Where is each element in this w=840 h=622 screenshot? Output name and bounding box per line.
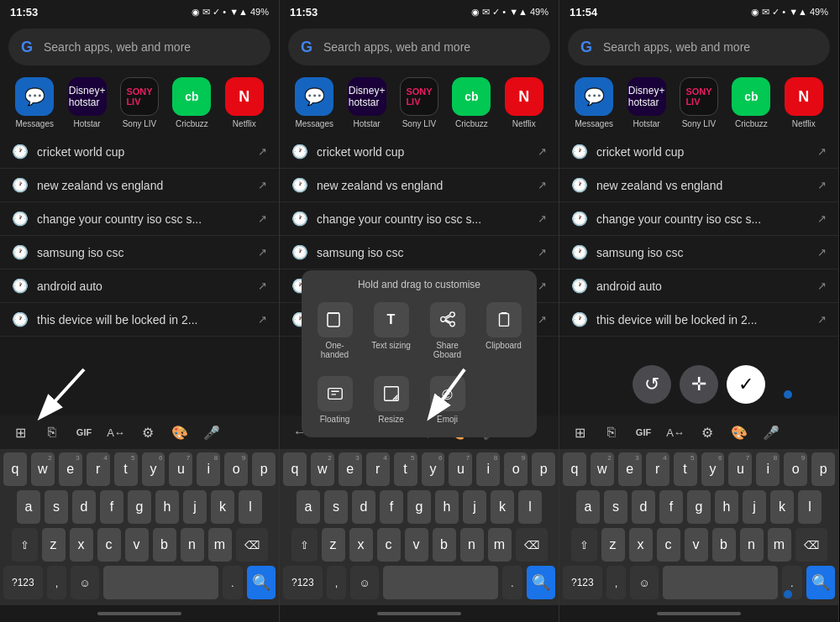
key-s[interactable]: s <box>45 490 68 524</box>
key-v-2[interactable]: v <box>405 528 428 562</box>
key-g[interactable]: g <box>128 490 151 524</box>
key-g-2[interactable]: g <box>407 490 431 524</box>
context-text-sizing[interactable]: T Text sizing <box>366 297 416 364</box>
app-sonyliv-2[interactable]: SONYLIV Sony LIV <box>400 77 438 128</box>
key-s-2[interactable]: s <box>324 490 348 524</box>
key-search-3[interactable]: 🔍 <box>806 566 835 599</box>
key-x-2[interactable]: x <box>349 528 373 562</box>
key-shift-3[interactable]: ⇧ <box>571 528 597 562</box>
key-n[interactable]: n <box>181 528 204 562</box>
key-l-3[interactable]: l <box>798 490 822 524</box>
toolbar-grid-3[interactable]: ⊞ <box>564 418 595 447</box>
key-numbers[interactable]: ?123 <box>3 566 43 599</box>
app-sonyliv-1[interactable]: SONYLIV Sony LIV <box>120 77 159 128</box>
key-r[interactable]: r4 <box>87 452 110 486</box>
app-hotstar-1[interactable]: Disney+hotstar Hotstar <box>68 77 107 128</box>
key-d[interactable]: d <box>72 490 96 524</box>
key-e-2[interactable]: e3 <box>339 452 362 486</box>
key-l-2[interactable]: l <box>518 490 542 524</box>
app-netflix-2[interactable]: N Netflix <box>505 77 543 128</box>
key-emoji-2[interactable]: ☺ <box>350 566 378 599</box>
key-c-2[interactable]: c <box>377 528 401 562</box>
key-i-3[interactable]: i8 <box>756 452 780 486</box>
suggestion-item-3-1[interactable]: 🕐 cricket world cup ↗ <box>559 135 838 169</box>
mode-confirm-btn[interactable]: ✓ <box>727 365 765 404</box>
key-space-2[interactable] <box>383 566 498 599</box>
key-z-2[interactable]: z <box>322 528 345 562</box>
key-o-3[interactable]: o9 <box>784 452 807 486</box>
suggestion-item-1-4[interactable]: 🕐 samsung iso csc ↗ <box>0 236 279 269</box>
key-shift[interactable]: ⇧ <box>12 528 38 562</box>
key-space-3[interactable] <box>663 566 778 599</box>
toolbar-mic-3[interactable]: 🎤 <box>756 418 786 447</box>
key-j-2[interactable]: j <box>463 490 486 524</box>
key-i-2[interactable]: i8 <box>476 452 500 486</box>
key-d-2[interactable]: d <box>352 490 375 524</box>
key-c[interactable]: c <box>97 528 121 562</box>
key-comma-3[interactable]: , <box>606 566 627 599</box>
app-cricbuzz-1[interactable]: cb Cricbuzz <box>172 77 211 128</box>
key-p[interactable]: p <box>252 452 276 486</box>
toolbar-translate-1[interactable]: A↔ <box>101 418 131 447</box>
key-v[interactable]: v <box>125 528 149 562</box>
key-y[interactable]: y6 <box>142 452 165 486</box>
key-p-3[interactable]: p <box>811 452 835 486</box>
toolbar-settings-3[interactable]: ⚙ <box>692 418 722 447</box>
key-r-2[interactable]: r4 <box>366 452 390 486</box>
suggestion-item-2-2[interactable]: 🕐 new zealand vs england ↗ <box>280 169 559 202</box>
key-t-2[interactable]: t5 <box>394 452 417 486</box>
app-netflix-3[interactable]: N Netflix <box>785 77 823 128</box>
key-o[interactable]: o9 <box>224 452 248 486</box>
key-n-2[interactable]: n <box>460 528 484 562</box>
search-bar-1[interactable]: G Search apps, web and more <box>8 29 270 65</box>
key-period-2[interactable]: . <box>502 566 522 599</box>
suggestion-item-2-3[interactable]: 🕐 change your country iso csc s... ↗ <box>280 202 559 236</box>
key-j[interactable]: j <box>183 490 207 524</box>
key-emoji-3[interactable]: ☺ <box>630 566 658 599</box>
app-hotstar-3[interactable]: Disney+hotstar Hotstar <box>627 77 666 128</box>
key-numbers-2[interactable]: ?123 <box>283 566 323 599</box>
suggestion-item-1-1[interactable]: 🕐 cricket world cup ↗ <box>0 135 279 169</box>
key-h[interactable]: h <box>155 490 179 524</box>
context-share[interactable]: Share Gboard <box>423 297 472 364</box>
key-a-2[interactable]: a <box>297 490 320 524</box>
key-a-3[interactable]: a <box>576 490 600 524</box>
toolbar-palette-1[interactable]: 🎨 <box>165 418 195 447</box>
key-n-3[interactable]: n <box>740 528 764 562</box>
key-shift-2[interactable]: ⇧ <box>291 528 318 562</box>
mode-refresh-btn[interactable]: ↺ <box>633 365 671 404</box>
mode-move-btn[interactable]: ✛ <box>680 365 718 404</box>
context-floating[interactable]: Floating <box>310 371 360 429</box>
suggestion-item-3-3[interactable]: 🕐 change your country iso csc s... ↗ <box>559 202 838 236</box>
key-u-3[interactable]: u7 <box>728 452 752 486</box>
key-q-3[interactable]: q <box>563 452 586 486</box>
key-f-2[interactable]: f <box>380 490 403 524</box>
key-k[interactable]: k <box>211 490 234 524</box>
key-q[interactable]: q <box>3 452 27 486</box>
key-h-3[interactable]: h <box>715 490 738 524</box>
key-x[interactable]: x <box>70 528 93 562</box>
toolbar-sticker-3[interactable]: ⎘ <box>596 418 627 447</box>
suggestion-item-1-2[interactable]: 🕐 new zealand vs england ↗ <box>0 169 279 202</box>
search-bar-2[interactable]: G Search apps, web and more <box>288 29 550 65</box>
key-emoji[interactable]: ☺ <box>71 566 98 599</box>
key-c-3[interactable]: c <box>657 528 680 562</box>
key-b-2[interactable]: b <box>433 528 456 562</box>
key-y-2[interactable]: y6 <box>422 452 445 486</box>
key-d-3[interactable]: d <box>632 490 655 524</box>
key-space[interactable] <box>103 566 218 599</box>
suggestion-item-3-5[interactable]: 🕐 android auto ↗ <box>559 269 838 303</box>
key-j-3[interactable]: j <box>743 490 766 524</box>
key-backspace-2[interactable]: ⌫ <box>516 528 548 562</box>
key-s-3[interactable]: s <box>604 490 627 524</box>
app-messages-1[interactable]: 💬 Messages <box>15 77 54 128</box>
key-h-2[interactable]: h <box>435 490 459 524</box>
app-cricbuzz-2[interactable]: cb Cricbuzz <box>452 77 491 128</box>
key-k-2[interactable]: k <box>491 490 514 524</box>
key-search-2[interactable]: 🔍 <box>527 566 555 599</box>
app-netflix-1[interactable]: N Netflix <box>225 77 264 128</box>
key-p-2[interactable]: p <box>532 452 555 486</box>
key-t-3[interactable]: t5 <box>674 452 697 486</box>
key-backspace-3[interactable]: ⌫ <box>795 528 827 562</box>
context-emoji[interactable]: ☺ Emoji <box>423 371 472 429</box>
